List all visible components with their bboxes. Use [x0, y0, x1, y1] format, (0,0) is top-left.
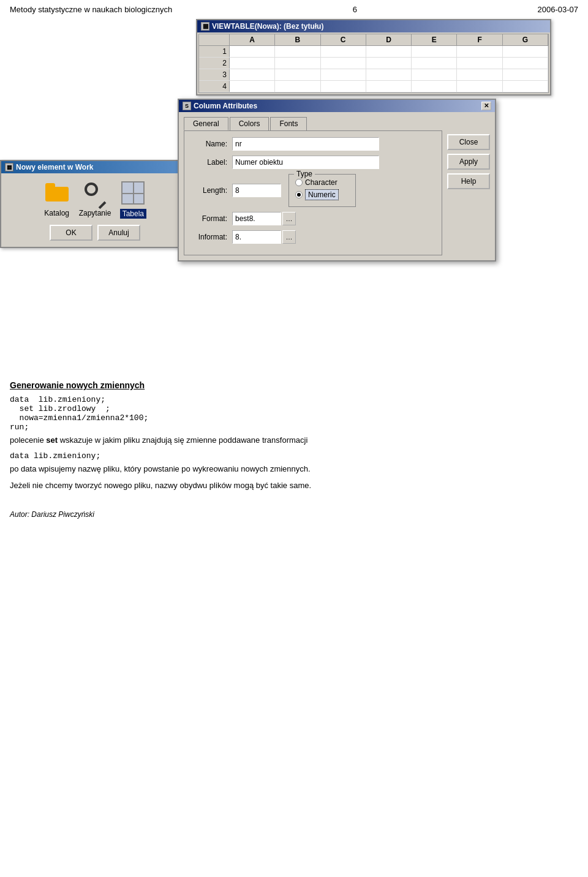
grid-shape — [121, 181, 145, 205]
row-num-3: 3 — [199, 69, 230, 80]
table-header-row: A B C D E F G — [199, 34, 548, 46]
code-block-1: data lib.zmieniony; set lib.zrodlowy ; n… — [10, 395, 578, 432]
viewtable-icon: ▦ — [201, 22, 209, 31]
type-groupbox: Type Character Numeric — [288, 174, 356, 207]
dialog-tabs-area: General Colors Fonts Name: Label: — [184, 117, 442, 255]
table-row: 1 — [199, 46, 548, 58]
col-header-c[interactable]: C — [321, 34, 366, 45]
informat-input-group: … — [232, 230, 296, 244]
row-num-4: 4 — [199, 81, 230, 92]
format-input[interactable] — [232, 212, 281, 225]
col-header-a[interactable]: A — [230, 34, 275, 45]
close-button[interactable]: Close — [447, 134, 490, 150]
col-header-d[interactable]: D — [366, 34, 412, 45]
bottom-content: Generowanie nowych zmiennych data lib.zm… — [0, 380, 588, 519]
informat-browse-button[interactable]: … — [282, 230, 296, 244]
dialog-title: Column Attributes — [194, 102, 257, 110]
description-same: Jeżeli nie chcemy tworzyć nowego pliku, … — [10, 480, 578, 492]
folder-shape — [45, 183, 69, 203]
description-data: po data wpisujemy nazwę pliku, który pow… — [10, 463, 578, 475]
name-input[interactable] — [232, 137, 379, 151]
length-input[interactable] — [232, 184, 281, 197]
label-input[interactable] — [232, 156, 379, 169]
col-header-f[interactable]: F — [457, 34, 502, 45]
table-icon — [119, 179, 146, 206]
nowy-title: Nowy element w Work — [16, 163, 93, 171]
nowy-buttons: OK Anuluj — [7, 225, 183, 241]
label-label: Label: — [190, 158, 227, 167]
type-numeric-row: Numeric — [295, 189, 349, 200]
nowy-icon: ▦ — [5, 163, 13, 171]
viewtable-window: ▦ VIEWTABLE(Nowa): (Bez tytułu) A B C D … — [196, 19, 551, 96]
description-set: polecenie set wskazuje w jakim pliku zna… — [10, 434, 578, 446]
character-label: Character — [305, 178, 337, 187]
dialog-tabs: General Colors Fonts — [184, 117, 442, 130]
dialog-titlebar: S Column Attributes ✕ — [179, 100, 495, 112]
dialog-body: General Colors Fonts Name: Label: — [179, 112, 495, 260]
type-legend: Type — [294, 170, 315, 178]
row-num-2: 2 — [199, 58, 230, 69]
length-label: Length: — [190, 186, 227, 195]
help-button[interactable]: Help — [447, 173, 490, 189]
numeric-label: Numeric — [305, 189, 339, 200]
zapytanie-label: Zapytanie — [79, 209, 111, 217]
close-x-button[interactable]: ✕ — [481, 102, 491, 110]
format-row: Format: … — [190, 212, 435, 225]
page-header: Metody statystyczne w naukach biologiczn… — [0, 0, 588, 19]
viewtable-title: VIEWTABLE(Nowa): (Bez tytułu) — [212, 22, 323, 31]
viewtable-titlebar: ▦ VIEWTABLE(Nowa): (Bez tytułu) — [197, 20, 550, 32]
numeric-radio[interactable] — [295, 191, 303, 198]
nowy-item-katalog[interactable]: Katalog — [43, 179, 70, 219]
tabela-label: Tabela — [120, 209, 146, 219]
dialog-icon: S — [183, 102, 191, 110]
nowy-titlebar: ▦ Nowy element w Work — [1, 161, 189, 173]
name-label: Name: — [190, 140, 227, 148]
table-row: 4 — [199, 81, 548, 92]
dialog-buttons: Close Apply Help — [447, 117, 490, 255]
type-character-row: Character — [295, 178, 349, 187]
ok-button[interactable]: OK — [50, 225, 92, 241]
nowy-element-dialog: ▦ Nowy element w Work Katalog — [0, 160, 190, 248]
table-row-num-header — [199, 34, 230, 45]
col-header-e[interactable]: E — [412, 34, 457, 45]
magnify-shape — [83, 181, 107, 205]
informat-row: Informat: … — [190, 230, 435, 244]
character-radio[interactable] — [295, 179, 303, 186]
format-input-group: … — [232, 212, 296, 225]
folder-icon — [43, 179, 70, 206]
section-heading: Generowanie nowych zmiennych — [10, 380, 578, 390]
dialog-title-left: S Column Attributes — [183, 102, 257, 110]
dialog-tab-content: Name: Label: Length: Type — [184, 130, 442, 255]
table-row: 2 — [199, 58, 548, 69]
tab-general[interactable]: General — [184, 117, 228, 130]
nowy-item-zapytanie[interactable]: Zapytanie — [79, 179, 111, 219]
tab-fonts[interactable]: Fonts — [270, 117, 307, 130]
query-icon — [81, 179, 108, 206]
code-block-2: data lib.zmieniony; — [10, 451, 578, 461]
col-header-b[interactable]: B — [275, 34, 320, 45]
informat-label: Informat: — [190, 233, 227, 241]
nowy-icons: Katalog Zapytanie — [7, 179, 183, 219]
apply-button[interactable]: Apply — [447, 154, 490, 170]
document-date: 2006-03-07 — [537, 5, 578, 14]
page-number: 6 — [353, 5, 357, 14]
format-label: Format: — [190, 214, 227, 223]
nowy-body: Katalog Zapytanie — [1, 173, 189, 247]
col-attr-dialog: S Column Attributes ✕ General Colors Fon… — [178, 99, 496, 262]
footer: Autor: Dariusz Piwczyński — [10, 510, 578, 519]
label-row: Label: — [190, 156, 435, 169]
name-row: Name: — [190, 137, 435, 151]
set-keyword: set — [46, 435, 58, 445]
katalog-label: Katalog — [44, 209, 69, 217]
row-num-1: 1 — [199, 46, 230, 57]
length-row: Length: Type Character Numeric — [190, 174, 435, 207]
cancel-button[interactable]: Anuluj — [97, 225, 140, 241]
col-header-g[interactable]: G — [503, 34, 548, 45]
format-browse-button[interactable]: … — [282, 212, 296, 225]
table-row: 3 — [199, 69, 548, 81]
document-title: Metody statystyczne w naukach biologiczn… — [10, 5, 172, 14]
tab-colors[interactable]: Colors — [230, 117, 270, 130]
viewtable-body: A B C D E F G 1 2 — [198, 34, 549, 93]
informat-input[interactable] — [232, 230, 281, 244]
nowy-item-tabela[interactable]: Tabela — [119, 179, 146, 219]
